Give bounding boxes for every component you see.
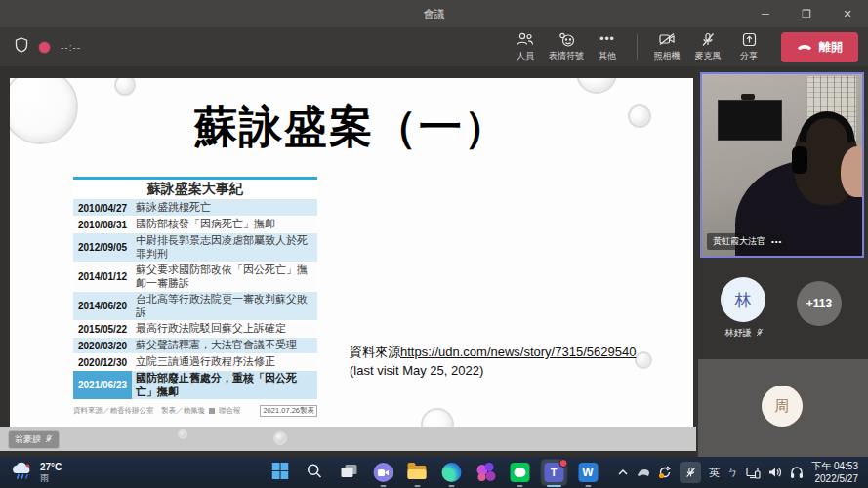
file-explorer-icon — [408, 466, 427, 479]
participant-video-tile-zhou[interactable]: 周 — [698, 359, 868, 457]
ime-language-indicator[interactable]: 英 — [709, 466, 720, 480]
start-button[interactable] — [268, 460, 293, 485]
share-bottom-strip: 翁豪腴 — [0, 427, 696, 451]
minimize-button[interactable]: ─ — [745, 0, 786, 27]
row-date: 2015/05/22 — [73, 321, 132, 337]
share-button[interactable]: 分享 — [728, 32, 769, 62]
table-footer: 資料來源／賴香伶辦公室 製表／賴佩璇 聯合報 2021.07.26製表 — [73, 405, 317, 417]
table-row: 2010/08/31 國防部核發「因病死亡」撫卹 — [73, 217, 317, 233]
decorative-bubble — [421, 408, 454, 427]
system-tray: 英 ㄅ 下午 04:53 2022/5/27 — [617, 460, 868, 485]
notification-dot — [558, 459, 567, 468]
participant-avatar-lin[interactable]: 林 — [721, 277, 765, 322]
participant-overflow-count[interactable]: +113 — [797, 281, 842, 326]
presenter-device-icon[interactable] — [637, 468, 650, 477]
recording-timer: --:-- — [61, 42, 81, 53]
toolbar-separator — [637, 34, 638, 60]
hidden-icons-chevron[interactable] — [617, 468, 629, 476]
camera-off-icon — [658, 32, 676, 47]
ime-shape-indicator[interactable]: ㄅ — [727, 466, 738, 480]
chat-app-button[interactable] — [370, 460, 395, 485]
more-button[interactable]: ••• 其他 — [587, 32, 628, 62]
edge-browser-button[interactable] — [438, 460, 464, 485]
speaker-more-options[interactable]: ••• — [771, 237, 782, 246]
taskbar-clock[interactable]: 下午 04:53 2022/5/27 — [811, 460, 858, 485]
table-row: 2014/01/12 蘇父要求國防部改依「因公死亡」撫卹一審勝訴 — [73, 263, 317, 292]
timeline-table: 蘇詠盛案大事紀 2010/04/27 蘇詠盛跳樓死亡 2010/08/31 國防… — [73, 177, 317, 417]
row-event: 立院三讀通過行政程序法修正 — [132, 354, 317, 370]
table-source-credit: 資料來源／賴香伶辦公室 製表／賴佩璇 — [73, 406, 205, 416]
clock-date: 2022/5/27 — [811, 472, 858, 485]
window-titlebar[interactable]: 會議 ─ ❐ ✕ — [0, 0, 868, 27]
line-app-button[interactable] — [507, 460, 532, 485]
row-event: 最高行政法院駁回蘇父上訴確定 — [132, 321, 317, 337]
decorative-bubble — [628, 104, 651, 128]
speaker-video-tile[interactable]: 黃虹霞大法官 ••• — [700, 72, 864, 258]
people-button[interactable]: 人員 — [505, 32, 546, 62]
row-date: 2014/01/12 — [73, 263, 132, 291]
leave-meeting-button[interactable]: 離開 — [781, 32, 858, 62]
presenter-name-chip: 翁豪腴 — [8, 430, 60, 449]
audio-headset-icon[interactable] — [790, 467, 804, 479]
sync-update-icon[interactable] — [658, 466, 672, 479]
weather-rain-icon — [12, 462, 33, 484]
row-event: 中尉排長郭景志因凌虐部屬致人於死罪判刑 — [132, 233, 317, 262]
table-row: 2020/12/30 立院三讀通過行政程序法修正 — [73, 354, 317, 371]
emoji-icon — [558, 32, 575, 47]
clock-time: 下午 04:53 — [811, 460, 858, 472]
row-event: 蘇父聲請釋憲，大法官會議不受理 — [132, 338, 317, 353]
avatar-initial: 周 — [775, 397, 790, 416]
speaker-name: 黃虹霞大法官 — [713, 235, 765, 248]
mic-toggle-button[interactable]: 麥克風 — [687, 32, 728, 62]
window-title: 會議 — [424, 7, 445, 21]
cast-display-icon[interactable] — [746, 467, 761, 479]
table-row-highlighted: 2021/06/23 國防部廢止舊處分，重核「因公死亡」撫卹 — [73, 371, 317, 400]
volume-icon[interactable] — [768, 467, 782, 478]
word-app-button[interactable]: W — [575, 460, 600, 485]
slide-title: 蘇詠盛案（一） — [10, 99, 693, 156]
participant-name-label: 林妤謙 — [699, 327, 789, 340]
source-url-link: https://udn.com/news/story/7315/5629540 — [400, 345, 636, 359]
overflow-count: +113 — [806, 297, 832, 310]
taskbar-app-icons: T W — [268, 460, 600, 485]
mic-muted-icon — [756, 328, 764, 339]
speaker-face-shape — [841, 146, 864, 197]
leave-label: 離開 — [819, 39, 843, 56]
decorative-bubble — [273, 431, 287, 445]
source-visit-note: (last visit May 25, 2022) — [350, 363, 483, 378]
line-app-icon — [510, 463, 529, 482]
emoji-button[interactable]: 表情符號 — [546, 32, 587, 62]
search-button[interactable] — [302, 460, 327, 485]
decorative-bubble — [114, 78, 136, 96]
share-label: 分享 — [740, 50, 758, 62]
row-date: 2010/08/31 — [73, 217, 132, 232]
windows-logo-icon — [272, 463, 289, 482]
hang-up-phone-icon — [797, 40, 812, 54]
weather-widget[interactable]: 27°C 雨 — [0, 462, 62, 484]
more-dots-icon: ••• — [599, 32, 615, 47]
row-date: 2020/03/20 — [73, 338, 132, 353]
people-label: 人員 — [517, 50, 534, 62]
photos-app-button[interactable] — [473, 460, 498, 485]
newspaper-logo-icon — [209, 408, 215, 414]
speaker-name-chip: 黃虹霞大法官 ••• — [707, 233, 788, 250]
screen-share-region: 蘇詠盛案（一） 蘇詠盛案大事紀 2010/04/27 蘇詠盛跳樓死亡 2010/… — [0, 66, 696, 451]
camera-toggle-button[interactable]: 照相機 — [646, 32, 687, 62]
headphones-cup-shape — [792, 146, 807, 174]
file-explorer-button[interactable] — [404, 460, 430, 485]
shield-icon — [15, 37, 28, 57]
shared-slide: 蘇詠盛案（一） 蘇詠盛案大事紀 2010/04/27 蘇詠盛跳樓死亡 2010/… — [10, 78, 693, 427]
window-controls: ─ ❐ ✕ — [745, 0, 868, 27]
teams-app-button[interactable]: T — [541, 460, 566, 485]
table-row: 2020/03/20 蘇父聲請釋憲，大法官會議不受理 — [73, 338, 317, 354]
row-date: 2010/04/27 — [73, 200, 132, 216]
tray-mic-muted-button[interactable] — [680, 462, 701, 483]
row-date: 2021/06/23 — [73, 371, 132, 399]
weather-condition: 雨 — [40, 473, 62, 484]
close-button[interactable]: ✕ — [827, 0, 868, 27]
record-indicator-icon — [39, 42, 50, 53]
task-view-button[interactable] — [336, 460, 361, 485]
participants-panel: 黃虹霞大法官 ••• 林 +113 林妤謙 周 — [696, 66, 868, 457]
mic-off-icon — [701, 32, 715, 47]
maximize-button[interactable]: ❐ — [786, 0, 827, 27]
